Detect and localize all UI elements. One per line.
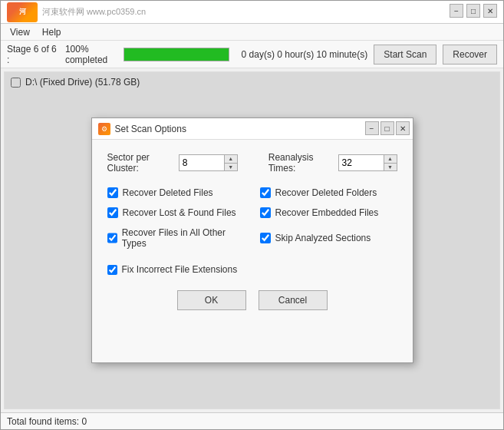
dialog-minimize-button[interactable]: − [365, 121, 379, 135]
title-bar: 河 河束软件网 www.pc0359.cn − □ ✕ [1, 1, 503, 24]
checkbox-skip-analyzed-label: Skip Analyzed Sections [275, 233, 371, 243]
checkbox-recover-deleted-files-input[interactable] [107, 187, 118, 198]
dialog-icon: ⚙ [98, 123, 110, 135]
checkbox-fix-extensions-input[interactable] [107, 265, 117, 275]
checkbox-recover-lost-found-label: Recover Lost & Found Files [123, 207, 236, 218]
checkbox-recover-embedded: Recover Embedded Files [260, 207, 397, 218]
dialog-close-button[interactable]: ✕ [396, 121, 410, 135]
maximize-button[interactable]: □ [466, 4, 480, 18]
dialog-maximize-button[interactable]: □ [380, 121, 394, 135]
dialog-cancel-button[interactable]: Cancel [259, 290, 328, 310]
dialog-ok-button[interactable]: OK [177, 290, 246, 310]
checkbox-recover-deleted-files: Recover Deleted Files [107, 187, 245, 198]
sector-cluster-input-container: ▲ ▼ [179, 154, 238, 171]
reanalysis-down[interactable]: ▼ [384, 163, 397, 170]
checkbox-recover-lost-found: Recover Lost & Found Files [107, 207, 245, 218]
menu-view[interactable]: View [4, 25, 36, 39]
checkbox-skip-analyzed: Skip Analyzed Sections [260, 227, 397, 249]
sector-cluster-up[interactable]: ▲ [225, 155, 237, 163]
checkboxes-grid: Recover Deleted Files Recover Deleted Fo… [107, 187, 397, 249]
checkbox-recover-all-types-input[interactable] [107, 233, 117, 243]
time-text: 0 day(s) 0 hour(s) 10 minute(s) [242, 49, 368, 60]
reanalysis-input[interactable] [338, 154, 384, 171]
scan-options-dialog: ⚙ Set Scan Options − □ ✕ Sector per Clus… [91, 117, 413, 363]
modal-overlay: ⚙ Set Scan Options − □ ✕ Sector per Clus… [5, 72, 499, 408]
checkbox-recover-all-types-label: Recover Files in All Other Types [122, 227, 245, 249]
sector-cluster-arrows: ▲ ▼ [225, 154, 238, 171]
progress-percent: 100% completed [65, 44, 117, 65]
checkbox-recover-deleted-folders-label: Recover Deleted Folders [275, 187, 377, 198]
app-logo: 河 [7, 2, 38, 22]
checkbox-fix-extensions-label: Fix Incorrect File Extensions [122, 264, 238, 275]
reanalysis-label: Reanalysis Times: [268, 152, 332, 174]
dialog-controls: − □ ✕ [365, 121, 410, 135]
menu-help[interactable]: Help [36, 25, 68, 39]
status-bar: Total found items: 0 [1, 412, 503, 429]
content-area: D:\ (Fixed Drive) (51.78 GB) ⚙ Set Scan … [4, 71, 500, 409]
status-text: Total found items: 0 [7, 416, 87, 427]
dialog-actions: OK Cancel [107, 290, 397, 310]
reanalysis-group: Reanalysis Times: ▲ ▼ [268, 152, 397, 174]
reanalysis-up[interactable]: ▲ [384, 155, 397, 163]
checkbox-recover-embedded-input[interactable] [260, 207, 271, 218]
window-controls: − □ ✕ [450, 4, 497, 18]
close-button[interactable]: ✕ [483, 4, 497, 18]
checkbox-recover-all-types: Recover Files in All Other Types [107, 227, 245, 249]
dialog-title-bar: ⚙ Set Scan Options − □ ✕ [92, 118, 413, 140]
reanalysis-input-container: ▲ ▼ [338, 154, 397, 171]
start-scan-button[interactable]: Start Scan [374, 45, 436, 64]
checkbox-recover-deleted-folders: Recover Deleted Folders [260, 187, 397, 198]
checkbox-recover-deleted-folders-input[interactable] [260, 187, 271, 198]
sector-cluster-label: Sector per Cluster: [107, 152, 173, 174]
toolbar: Stage 6 of 6 : 100% completed 0 day(s) 0… [1, 41, 503, 68]
progress-bar [124, 48, 229, 61]
menu-bar: View Help [1, 24, 503, 41]
sector-cluster-group: Sector per Cluster: ▲ ▼ [107, 152, 238, 174]
spinner-row: Sector per Cluster: ▲ ▼ Reanalysis Times… [107, 152, 397, 174]
checkbox-recover-deleted-files-label: Recover Deleted Files [123, 187, 213, 198]
title-text: 河束软件网 www.pc0359.cn [42, 6, 146, 18]
checkbox-skip-analyzed-input[interactable] [260, 233, 271, 243]
checkbox-fix-extensions: Fix Incorrect File Extensions [107, 264, 397, 275]
dialog-title: Set Scan Options [115, 124, 186, 134]
sector-cluster-input[interactable] [179, 154, 225, 171]
progress-fill [124, 48, 229, 61]
dialog-body: Sector per Cluster: ▲ ▼ Reanalysis Times… [92, 140, 413, 322]
reanalysis-arrows: ▲ ▼ [384, 154, 397, 171]
checkbox-recover-embedded-label: Recover Embedded Files [275, 207, 379, 218]
stage-text: Stage 6 of 6 : [7, 44, 59, 65]
main-window: 河 河束软件网 www.pc0359.cn − □ ✕ View Help St… [0, 0, 504, 430]
minimize-button[interactable]: − [450, 4, 463, 18]
checkbox-recover-lost-found-input[interactable] [107, 207, 118, 218]
sector-cluster-down[interactable]: ▼ [225, 163, 237, 170]
recover-button[interactable]: Recover [443, 45, 497, 64]
